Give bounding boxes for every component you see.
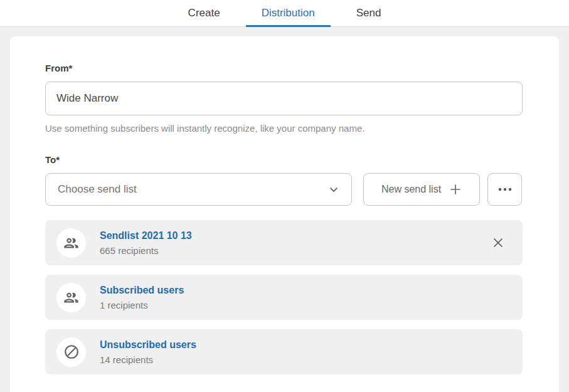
avatar	[56, 283, 86, 312]
avatar	[56, 228, 86, 258]
tab-bar: Create Distribution Send	[0, 0, 569, 27]
to-label: To*	[45, 154, 523, 165]
from-helper-text: Use something subscribers will instantly…	[45, 123, 523, 134]
page-background: From* Use something subscribers will ins…	[0, 27, 569, 392]
list-item-title[interactable]: Unsubscribed users	[100, 339, 196, 351]
list-item-text: Unsubscribed users 14 recipients	[100, 339, 196, 365]
send-lists: Sendlist 2021 10 13 665 recipients	[45, 220, 523, 374]
ellipsis-icon	[497, 187, 513, 192]
remove-list-button[interactable]	[489, 234, 507, 252]
blocked-icon	[63, 344, 80, 360]
list-item-subtitle: 14 recipients	[100, 354, 196, 365]
list-item-title[interactable]: Sendlist 2021 10 13	[100, 230, 192, 241]
list-item-title[interactable]: Subscribed users	[100, 285, 184, 296]
plus-icon	[449, 183, 462, 196]
send-list-item: Sendlist 2021 10 13 665 recipients	[45, 220, 523, 265]
chevron-down-icon	[328, 184, 339, 195]
tab-create[interactable]: Create	[173, 0, 236, 26]
list-item-subtitle: 1 recipients	[100, 300, 184, 310]
from-input[interactable]	[45, 82, 523, 115]
list-item-text: Sendlist 2021 10 13 665 recipients	[100, 230, 192, 256]
avatar	[56, 337, 86, 367]
close-icon	[492, 236, 504, 249]
new-send-list-label: New send list	[381, 184, 441, 195]
people-icon	[63, 235, 80, 252]
send-list-dropdown-value: Choose send list	[58, 183, 137, 196]
people-icon	[63, 289, 80, 306]
to-controls-row: Choose send list New send list	[45, 173, 523, 206]
from-label: From*	[45, 63, 523, 73]
list-item-text: Subscribed users 1 recipients	[100, 285, 184, 310]
more-options-button[interactable]	[487, 173, 522, 206]
list-item-subtitle: 665 recipients	[100, 245, 192, 256]
distribution-form-card: From* Use something subscribers will ins…	[10, 36, 559, 392]
tab-distribution[interactable]: Distribution	[246, 0, 331, 26]
send-list-item: Subscribed users 1 recipients	[45, 275, 523, 320]
tab-send[interactable]: Send	[341, 0, 397, 26]
send-list-item: Unsubscribed users 14 recipients	[45, 329, 523, 374]
send-list-dropdown[interactable]: Choose send list	[45, 173, 352, 206]
new-send-list-button[interactable]: New send list	[363, 173, 480, 206]
